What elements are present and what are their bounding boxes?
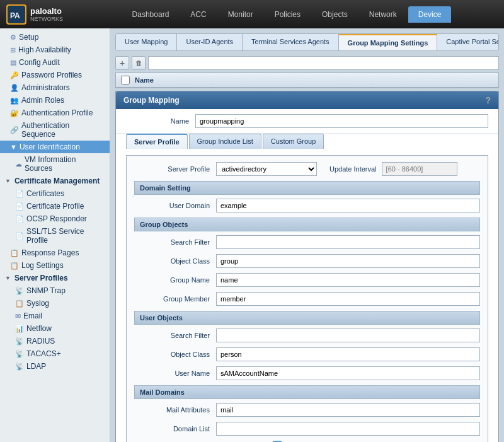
top-bar: PA paloalto NETWORKS Dashboard ACC Monit… [0, 0, 504, 28]
group-name-row: Group Name [134, 273, 480, 287]
sidebar-item-response-pages[interactable]: 📋 Response Pages [0, 247, 110, 259]
mail-attributes-row: Mail Attributes [134, 403, 480, 417]
ssl-icon: 📄 [15, 232, 24, 240]
sidebar-item-cert-management[interactable]: ▼ Certificate Management [0, 175, 110, 187]
group-search-filter-input[interactable] [216, 235, 480, 249]
dialog-title-text: Group Mapping [123, 96, 180, 105]
server-profile-select[interactable]: activedirectory [216, 162, 317, 176]
group-name-label: Group Name [134, 276, 216, 284]
dialog-title-bar: Group Mapping ? [116, 91, 498, 109]
sidebar-item-vm-information-sources[interactable]: ☁ VM Information Sources [0, 153, 110, 175]
select-all-checkbox[interactable] [121, 76, 130, 84]
update-interval-input[interactable] [382, 162, 457, 176]
user-id-icon: ▼ [10, 143, 17, 151]
name-input[interactable] [195, 114, 488, 128]
server-profile-label: Server Profile [134, 165, 216, 173]
update-interval-label: Update Interval [329, 165, 377, 173]
sidebar-item-admin-roles[interactable]: 👥 Admin Roles [0, 94, 110, 107]
user-search-filter-input[interactable] [216, 329, 480, 342]
sidebar-item-config-audit[interactable]: ▤ Config Audit [0, 56, 110, 69]
sidebar-item-password-profiles[interactable]: 🔑 Password Profiles [0, 69, 110, 81]
domain-list-input[interactable] [216, 422, 480, 436]
subtab-user-mapping[interactable]: User Mapping [116, 34, 177, 50]
sidebar-item-server-profiles[interactable]: ▼ Server Profiles [0, 272, 110, 284]
config-audit-icon: ▤ [10, 59, 16, 67]
sidebar-item-tacacs[interactable]: 📡 TACACS+ [0, 347, 110, 360]
subtab-captive-portal-settings[interactable]: Captive Portal Settings [437, 34, 499, 50]
sidebar-item-administrators[interactable]: 👤 Administrators [0, 81, 110, 94]
sidebar-item-radius[interactable]: 📡 RADIUS [0, 335, 110, 347]
group-name-input[interactable] [216, 273, 480, 287]
group-member-row: Group Member [134, 292, 480, 306]
user-domain-input[interactable] [216, 199, 480, 212]
sidebar-item-authentication-profile[interactable]: 🔐 Authentication Profile [0, 107, 110, 119]
sidebar-item-snmp-trap[interactable]: 📡 SNMP Trap [0, 284, 110, 297]
svg-text:PA: PA [10, 11, 20, 20]
user-object-class-row: Object Class [134, 347, 480, 361]
sidebar-item-certificate-profile[interactable]: 📄 Certificate Profile [0, 200, 110, 212]
dialog-inner: Server Profile Group Include List Custom… [116, 134, 498, 442]
name-label: Name [126, 117, 195, 125]
server-profile-select-wrap: activedirectory [216, 162, 317, 176]
sidebar-item-setup[interactable]: ⚙ Setup [0, 31, 110, 44]
sidebar-item-ocsp-responder[interactable]: 📄 OCSP Responder [0, 212, 110, 225]
mail-attributes-input[interactable] [216, 403, 480, 417]
sidebar-item-syslog[interactable]: 📋 Syslog [0, 297, 110, 310]
add-button[interactable]: + [115, 56, 129, 70]
group-member-input[interactable] [216, 292, 480, 306]
nav-tab-policies[interactable]: Policies [265, 6, 311, 23]
sidebar-item-ssl-tls[interactable]: 📄 SSL/TLS Service Profile [0, 225, 110, 247]
search-input[interactable] [148, 56, 499, 70]
setup-icon: ⚙ [10, 33, 16, 42]
help-icon[interactable]: ? [485, 95, 491, 105]
subtab-terminal-services-agents[interactable]: Terminal Services Agents [243, 34, 339, 50]
logo: PA paloalto NETWORKS [6, 4, 63, 25]
sidebar-item-authentication-sequence[interactable]: 🔗 Authentication Sequence [0, 119, 110, 141]
inner-tab-server-profile[interactable]: Server Profile [126, 134, 188, 149]
user-domain-label: User Domain [134, 202, 216, 209]
radius-icon: 📡 [15, 337, 24, 346]
nav-tab-objects[interactable]: Objects [312, 6, 358, 23]
sidebar-item-netflow[interactable]: 📊 Netflow [0, 322, 110, 335]
snmp-icon: 📡 [15, 287, 24, 295]
user-name-input[interactable] [216, 366, 480, 380]
nav-tab-network[interactable]: Network [359, 6, 407, 23]
subtab-group-mapping-settings[interactable]: Group Mapping Settings [339, 34, 438, 50]
log-settings-icon: 📋 [10, 262, 19, 270]
sidebar-item-certificates[interactable]: 📄 Certificates [0, 187, 110, 200]
nav-tab-monitor[interactable]: Monitor [218, 6, 263, 23]
subtab-user-id-agents[interactable]: User-ID Agents [177, 34, 243, 50]
user-object-class-input[interactable] [216, 347, 480, 361]
group-object-class-label: Object Class [134, 257, 216, 265]
user-object-class-label: Object Class [134, 351, 216, 358]
netflow-icon: 📊 [15, 325, 24, 333]
sidebar: ⚙ Setup ⊞ High Availability ▤ Config Aud… [0, 28, 110, 442]
group-mapping-dialog: Group Mapping ? Name Server Profile Grou… [115, 91, 499, 442]
inner-tab-custom-group[interactable]: Custom Group [263, 134, 324, 149]
inner-tab-group-include-list[interactable]: Group Include List [189, 134, 261, 149]
sidebar-item-log-settings[interactable]: 📋 Log Settings [0, 259, 110, 272]
nav-tab-device[interactable]: Device [408, 6, 452, 23]
subtabs-bar: User Mapping User-ID Agents Terminal Ser… [115, 33, 499, 51]
nav-tab-dashboard[interactable]: Dashboard [122, 6, 180, 23]
sidebar-item-ldap[interactable]: 📡 LDAP [0, 360, 110, 373]
delete-button[interactable]: 🗑 [132, 56, 146, 70]
ldap-icon: 📡 [15, 363, 24, 371]
mail-attributes-label: Mail Attributes [134, 406, 216, 414]
group-object-class-row: Object Class [134, 254, 480, 268]
sidebar-item-email[interactable]: ✉ Email [0, 310, 110, 322]
sidebar-item-user-identification[interactable]: ▼ User Identification [0, 141, 110, 153]
cert-mgmt-expand-icon: ▼ [5, 178, 11, 184]
user-domain-row: User Domain [134, 199, 480, 212]
inner-tab-content: Server Profile activedirectory Update In… [126, 155, 488, 442]
user-name-label: User Name [134, 369, 216, 377]
toolbar-row: + 🗑 [115, 56, 499, 70]
group-member-label: Group Member [134, 295, 216, 303]
high-avail-icon: ⊞ [10, 46, 16, 54]
admin-icon: 👤 [10, 84, 19, 92]
group-object-class-input[interactable] [216, 254, 480, 268]
sidebar-item-high-availability[interactable]: ⊞ High Availability [0, 44, 110, 56]
group-objects-section-header: Group Objects [134, 218, 480, 231]
nav-tab-acc[interactable]: ACC [180, 6, 216, 23]
server-profiles-expand-icon: ▼ [5, 275, 11, 281]
